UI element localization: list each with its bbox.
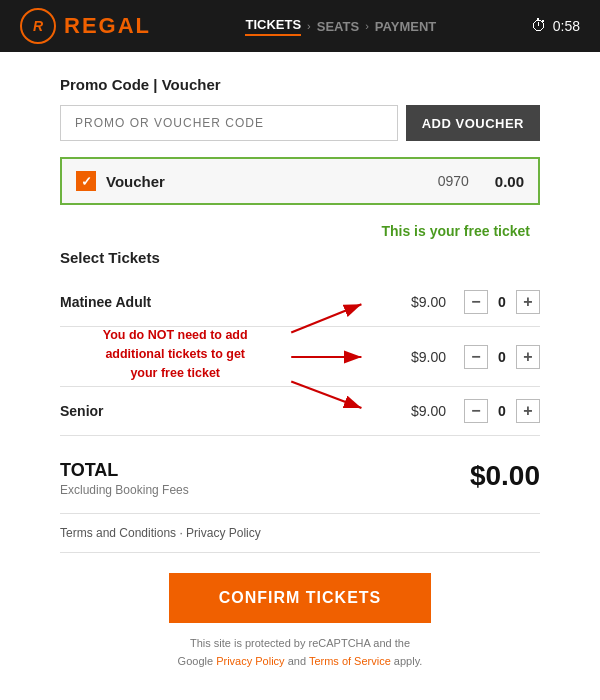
select-tickets-label: Select Tickets xyxy=(60,249,540,266)
terms-text[interactable]: Terms and Conditions · Privacy Policy xyxy=(60,526,261,540)
qty-increase-matinee[interactable]: + xyxy=(516,290,540,314)
free-ticket-annotation: This is your free ticket xyxy=(60,223,540,239)
ticket-price-matinee: $9.00 xyxy=(396,294,446,310)
qty-decrease-unnamed[interactable]: − xyxy=(464,345,488,369)
nav-arrow-2: › xyxy=(365,20,369,32)
captcha-privacy-link[interactable]: Privacy Policy xyxy=(216,655,284,667)
nav-arrow-1: › xyxy=(307,20,311,32)
ticket-row-senior: Senior $9.00 − 0 + xyxy=(60,387,540,436)
main-content: Promo Code | Voucher ADD VOUCHER ✓ Vouch… xyxy=(0,52,600,694)
promo-row: ADD VOUCHER xyxy=(60,105,540,141)
nav-step-tickets[interactable]: TICKETS xyxy=(245,17,301,36)
add-voucher-button[interactable]: ADD VOUCHER xyxy=(406,105,540,141)
captcha-line2-pre: Google xyxy=(178,655,217,667)
qty-decrease-matinee[interactable]: − xyxy=(464,290,488,314)
voucher-label: Voucher xyxy=(106,173,428,190)
nav-step-seats[interactable]: SEATS xyxy=(317,19,359,34)
qty-control-unnamed: − 0 + xyxy=(464,345,540,369)
total-amount: $0.00 xyxy=(470,460,540,492)
captcha-post: apply. xyxy=(391,655,423,667)
promo-section-label: Promo Code | Voucher xyxy=(60,76,540,93)
qty-increase-unnamed[interactable]: + xyxy=(516,345,540,369)
confirm-area: CONFIRM TICKETS This site is protected b… xyxy=(60,573,540,670)
qty-value-matinee: 0 xyxy=(490,294,514,310)
logo-area: R REGAL xyxy=(20,8,151,44)
captcha-notice: This site is protected by reCAPTCHA and … xyxy=(178,635,423,670)
captcha-line1: This site is protected by reCAPTCHA and … xyxy=(190,637,410,649)
qty-value-unnamed: 0 xyxy=(490,349,514,365)
qty-control-senior: − 0 + xyxy=(464,399,540,423)
logo-text: REGAL xyxy=(64,13,151,39)
voucher-code: 0970 xyxy=(438,173,469,189)
ticket-name-matinee: Matinee Adult xyxy=(60,294,396,310)
captcha-and: and xyxy=(285,655,309,667)
timer-value: 0:58 xyxy=(553,18,580,34)
total-sublabel: Excluding Booking Fees xyxy=(60,483,189,497)
header: R REGAL TICKETS › SEATS › PAYMENT ⏱ 0:58 xyxy=(0,0,600,52)
timer-icon: ⏱ xyxy=(531,17,547,35)
nav-step-payment[interactable]: PAYMENT xyxy=(375,19,436,34)
voucher-box: ✓ Voucher 0970 0.00 xyxy=(60,157,540,205)
voucher-checkbox[interactable]: ✓ xyxy=(76,171,96,191)
confirm-tickets-button[interactable]: CONFIRM TICKETS xyxy=(169,573,432,623)
qty-control-matinee: − 0 + xyxy=(464,290,540,314)
ticket-price-senior: $9.00 xyxy=(396,403,446,419)
total-left: TOTAL Excluding Booking Fees xyxy=(60,460,189,497)
terms-row: Terms and Conditions · Privacy Policy xyxy=(60,514,540,553)
timer-area: ⏱ 0:58 xyxy=(531,17,580,35)
ticket-row-unnamed: $9.00 − 0 + xyxy=(60,327,540,387)
ticket-name-senior: Senior xyxy=(60,403,396,419)
nav-steps: TICKETS › SEATS › PAYMENT xyxy=(245,17,436,36)
checkmark-icon: ✓ xyxy=(81,174,92,189)
logo-icon: R xyxy=(20,8,56,44)
qty-decrease-senior[interactable]: − xyxy=(464,399,488,423)
qty-increase-senior[interactable]: + xyxy=(516,399,540,423)
voucher-amount: 0.00 xyxy=(495,173,524,190)
total-label: TOTAL xyxy=(60,460,189,481)
ticket-price-unnamed: $9.00 xyxy=(396,349,446,365)
promo-input[interactable] xyxy=(60,105,398,141)
ticket-rows-container: Matinee Adult $9.00 − 0 + $9.00 − 0 + Se… xyxy=(60,278,540,436)
total-section: TOTAL Excluding Booking Fees $0.00 xyxy=(60,460,540,514)
ticket-row-matinee: Matinee Adult $9.00 − 0 + xyxy=(60,278,540,327)
qty-value-senior: 0 xyxy=(490,403,514,419)
captcha-tos-link[interactable]: Terms of Service xyxy=(309,655,391,667)
